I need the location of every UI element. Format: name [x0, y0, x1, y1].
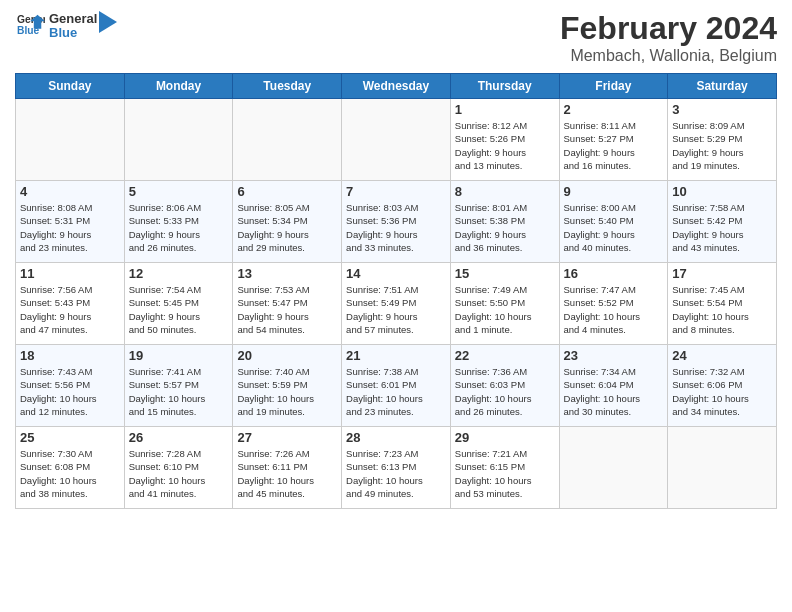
day-number: 4: [20, 184, 120, 199]
calendar-cell: 28Sunrise: 7:23 AM Sunset: 6:13 PM Dayli…: [342, 427, 451, 509]
calendar-week-4: 18Sunrise: 7:43 AM Sunset: 5:56 PM Dayli…: [16, 345, 777, 427]
day-info: Sunrise: 8:08 AM Sunset: 5:31 PM Dayligh…: [20, 201, 120, 254]
day-info: Sunrise: 8:09 AM Sunset: 5:29 PM Dayligh…: [672, 119, 772, 172]
calendar-cell: 1Sunrise: 8:12 AM Sunset: 5:26 PM Daylig…: [450, 99, 559, 181]
day-info: Sunrise: 7:45 AM Sunset: 5:54 PM Dayligh…: [672, 283, 772, 336]
day-number: 5: [129, 184, 229, 199]
day-info: Sunrise: 7:53 AM Sunset: 5:47 PM Dayligh…: [237, 283, 337, 336]
logo: General Blue General Blue: [15, 10, 117, 42]
day-info: Sunrise: 7:58 AM Sunset: 5:42 PM Dayligh…: [672, 201, 772, 254]
calendar-week-2: 4Sunrise: 8:08 AM Sunset: 5:31 PM Daylig…: [16, 181, 777, 263]
calendar-cell: 14Sunrise: 7:51 AM Sunset: 5:49 PM Dayli…: [342, 263, 451, 345]
calendar-cell: 9Sunrise: 8:00 AM Sunset: 5:40 PM Daylig…: [559, 181, 668, 263]
day-number: 3: [672, 102, 772, 117]
header-wednesday: Wednesday: [342, 74, 451, 99]
header-tuesday: Tuesday: [233, 74, 342, 99]
calendar-cell: 17Sunrise: 7:45 AM Sunset: 5:54 PM Dayli…: [668, 263, 777, 345]
calendar-cell: [16, 99, 125, 181]
day-info: Sunrise: 7:56 AM Sunset: 5:43 PM Dayligh…: [20, 283, 120, 336]
calendar-week-1: 1Sunrise: 8:12 AM Sunset: 5:26 PM Daylig…: [16, 99, 777, 181]
logo-general: General: [49, 12, 97, 26]
calendar-cell: 20Sunrise: 7:40 AM Sunset: 5:59 PM Dayli…: [233, 345, 342, 427]
day-info: Sunrise: 7:28 AM Sunset: 6:10 PM Dayligh…: [129, 447, 229, 500]
calendar-cell: 23Sunrise: 7:34 AM Sunset: 6:04 PM Dayli…: [559, 345, 668, 427]
calendar-cell: 26Sunrise: 7:28 AM Sunset: 6:10 PM Dayli…: [124, 427, 233, 509]
day-info: Sunrise: 7:30 AM Sunset: 6:08 PM Dayligh…: [20, 447, 120, 500]
day-info: Sunrise: 7:26 AM Sunset: 6:11 PM Dayligh…: [237, 447, 337, 500]
header-sunday: Sunday: [16, 74, 125, 99]
calendar-cell: 21Sunrise: 7:38 AM Sunset: 6:01 PM Dayli…: [342, 345, 451, 427]
day-info: Sunrise: 7:43 AM Sunset: 5:56 PM Dayligh…: [20, 365, 120, 418]
header-monday: Monday: [124, 74, 233, 99]
day-number: 27: [237, 430, 337, 445]
day-number: 25: [20, 430, 120, 445]
logo-blue: Blue: [49, 26, 97, 40]
calendar-cell: 3Sunrise: 8:09 AM Sunset: 5:29 PM Daylig…: [668, 99, 777, 181]
calendar-cell: 29Sunrise: 7:21 AM Sunset: 6:15 PM Dayli…: [450, 427, 559, 509]
day-number: 16: [564, 266, 664, 281]
day-info: Sunrise: 7:38 AM Sunset: 6:01 PM Dayligh…: [346, 365, 446, 418]
day-number: 19: [129, 348, 229, 363]
calendar-cell: 4Sunrise: 8:08 AM Sunset: 5:31 PM Daylig…: [16, 181, 125, 263]
calendar-cell: 18Sunrise: 7:43 AM Sunset: 5:56 PM Dayli…: [16, 345, 125, 427]
calendar-table: Sunday Monday Tuesday Wednesday Thursday…: [15, 73, 777, 509]
calendar-cell: 24Sunrise: 7:32 AM Sunset: 6:06 PM Dayli…: [668, 345, 777, 427]
day-info: Sunrise: 8:00 AM Sunset: 5:40 PM Dayligh…: [564, 201, 664, 254]
day-info: Sunrise: 7:40 AM Sunset: 5:59 PM Dayligh…: [237, 365, 337, 418]
weekday-header-row: Sunday Monday Tuesday Wednesday Thursday…: [16, 74, 777, 99]
day-number: 17: [672, 266, 772, 281]
day-number: 9: [564, 184, 664, 199]
day-number: 24: [672, 348, 772, 363]
location-subtitle: Membach, Wallonia, Belgium: [560, 47, 777, 65]
day-info: Sunrise: 7:51 AM Sunset: 5:49 PM Dayligh…: [346, 283, 446, 336]
day-number: 10: [672, 184, 772, 199]
day-number: 29: [455, 430, 555, 445]
calendar-week-5: 25Sunrise: 7:30 AM Sunset: 6:08 PM Dayli…: [16, 427, 777, 509]
calendar-cell: [668, 427, 777, 509]
logo-icon: General Blue: [17, 10, 45, 38]
calendar-cell: 12Sunrise: 7:54 AM Sunset: 5:45 PM Dayli…: [124, 263, 233, 345]
day-number: 8: [455, 184, 555, 199]
calendar-cell: 15Sunrise: 7:49 AM Sunset: 5:50 PM Dayli…: [450, 263, 559, 345]
day-number: 12: [129, 266, 229, 281]
calendar-cell: 8Sunrise: 8:01 AM Sunset: 5:38 PM Daylig…: [450, 181, 559, 263]
day-number: 11: [20, 266, 120, 281]
day-number: 7: [346, 184, 446, 199]
day-info: Sunrise: 7:34 AM Sunset: 6:04 PM Dayligh…: [564, 365, 664, 418]
day-number: 20: [237, 348, 337, 363]
day-info: Sunrise: 8:11 AM Sunset: 5:27 PM Dayligh…: [564, 119, 664, 172]
calendar-cell: 5Sunrise: 8:06 AM Sunset: 5:33 PM Daylig…: [124, 181, 233, 263]
logo-triangle-icon: [99, 11, 117, 33]
calendar-cell: [124, 99, 233, 181]
page-header: General Blue General Blue February 2024 …: [15, 10, 777, 65]
day-number: 15: [455, 266, 555, 281]
day-info: Sunrise: 7:23 AM Sunset: 6:13 PM Dayligh…: [346, 447, 446, 500]
day-info: Sunrise: 8:06 AM Sunset: 5:33 PM Dayligh…: [129, 201, 229, 254]
day-info: Sunrise: 7:36 AM Sunset: 6:03 PM Dayligh…: [455, 365, 555, 418]
day-info: Sunrise: 7:49 AM Sunset: 5:50 PM Dayligh…: [455, 283, 555, 336]
day-info: Sunrise: 8:05 AM Sunset: 5:34 PM Dayligh…: [237, 201, 337, 254]
header-friday: Friday: [559, 74, 668, 99]
day-info: Sunrise: 7:41 AM Sunset: 5:57 PM Dayligh…: [129, 365, 229, 418]
header-saturday: Saturday: [668, 74, 777, 99]
calendar-cell: 13Sunrise: 7:53 AM Sunset: 5:47 PM Dayli…: [233, 263, 342, 345]
day-info: Sunrise: 8:12 AM Sunset: 5:26 PM Dayligh…: [455, 119, 555, 172]
day-number: 21: [346, 348, 446, 363]
calendar-cell: 16Sunrise: 7:47 AM Sunset: 5:52 PM Dayli…: [559, 263, 668, 345]
day-info: Sunrise: 7:21 AM Sunset: 6:15 PM Dayligh…: [455, 447, 555, 500]
day-number: 26: [129, 430, 229, 445]
month-year-title: February 2024: [560, 10, 777, 47]
calendar-cell: 2Sunrise: 8:11 AM Sunset: 5:27 PM Daylig…: [559, 99, 668, 181]
day-number: 18: [20, 348, 120, 363]
day-info: Sunrise: 7:47 AM Sunset: 5:52 PM Dayligh…: [564, 283, 664, 336]
calendar-cell: 22Sunrise: 7:36 AM Sunset: 6:03 PM Dayli…: [450, 345, 559, 427]
calendar-page: General Blue General Blue February 2024 …: [0, 0, 792, 612]
day-info: Sunrise: 7:32 AM Sunset: 6:06 PM Dayligh…: [672, 365, 772, 418]
calendar-cell: [233, 99, 342, 181]
day-info: Sunrise: 8:03 AM Sunset: 5:36 PM Dayligh…: [346, 201, 446, 254]
calendar-cell: 7Sunrise: 8:03 AM Sunset: 5:36 PM Daylig…: [342, 181, 451, 263]
calendar-cell: [559, 427, 668, 509]
calendar-cell: [342, 99, 451, 181]
svg-marker-3: [99, 11, 117, 33]
day-number: 28: [346, 430, 446, 445]
